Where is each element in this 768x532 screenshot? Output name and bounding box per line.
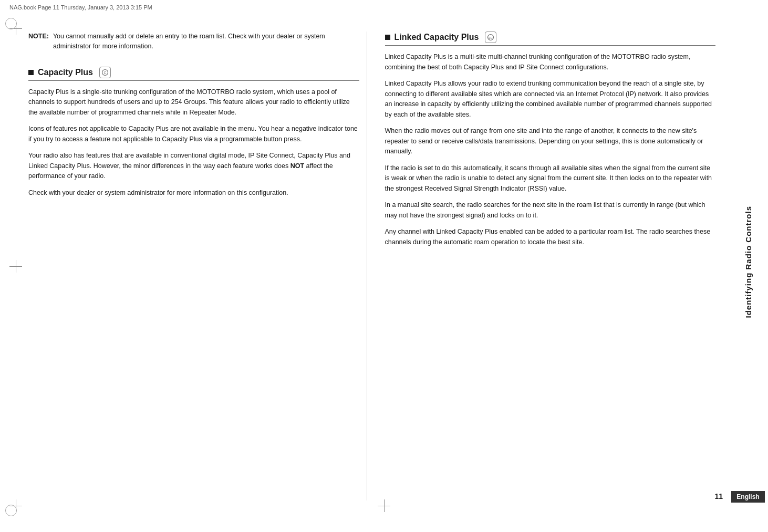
section2-body4: If the radio is set to do this automatic…	[385, 163, 716, 194]
note-text: You cannot manually add or delete an ent…	[53, 32, 359, 52]
section2-square-icon	[385, 35, 390, 40]
section1-title: Capacity Plus	[38, 68, 93, 77]
note-block: NOTE: You cannot manually add or delete …	[28, 32, 359, 52]
capacity-plus-icon: C	[99, 67, 111, 78]
page-number: 11	[714, 492, 723, 500]
top-bar-text: NAG.book Page 11 Thursday, January 3, 20…	[9, 4, 152, 11]
section1-body3-bold: NOT	[290, 162, 304, 170]
svg-text:LC: LC	[489, 36, 493, 39]
capacity-icon-svg: C	[101, 69, 109, 76]
top-bar: NAG.book Page 11 Thursday, January 3, 20…	[9, 4, 152, 11]
section2-body2: Linked Capacity Plus allows your radio t…	[385, 79, 716, 120]
linked-icon-svg: LC	[487, 34, 494, 41]
sidebar-english-label: English	[731, 491, 765, 503]
circle-bottom-left	[5, 505, 17, 516]
section2-header: Linked Capacity Plus LC	[385, 32, 716, 46]
section1-body2: Icons of features not applicable to Capa…	[28, 124, 359, 144]
left-column: NOTE: You cannot manually add or delete …	[28, 32, 367, 500]
content-area: NOTE: You cannot manually add or delete …	[28, 32, 715, 500]
note-label: NOTE:	[28, 32, 49, 52]
section2-body1: Linked Capacity Plus is a multi-site mul…	[385, 52, 716, 72]
sidebar-title: Identifying Radio Controls	[744, 206, 753, 318]
section1-header: Capacity Plus C	[28, 67, 359, 81]
section1-square-icon	[28, 70, 34, 75]
sidebar-right: Identifying Radio Controls English	[728, 0, 768, 532]
svg-text:C: C	[103, 71, 106, 75]
crosshair-middle-left	[9, 260, 22, 273]
section1-body4: Check with your dealer or system adminis…	[28, 188, 359, 199]
circle-top-left	[5, 18, 17, 29]
section1-body1: Capacity Plus is a single-site trunking …	[28, 87, 359, 118]
section2-body6: Any channel with Linked Capacity Plus en…	[385, 227, 716, 247]
crosshair-bottom-middle	[378, 499, 390, 512]
linked-capacity-plus-icon: LC	[485, 32, 496, 43]
section1-body3: Your radio also has features that are av…	[28, 151, 359, 182]
section2-body5: In a manual site search, the radio searc…	[385, 200, 716, 221]
section2-title: Linked Capacity Plus	[395, 33, 479, 42]
page-container: NAG.book Page 11 Thursday, January 3, 20…	[0, 0, 768, 532]
right-column: Linked Capacity Plus LC Linked Capacity …	[383, 32, 716, 500]
section2-body3: When the radio moves out of range from o…	[385, 126, 716, 157]
